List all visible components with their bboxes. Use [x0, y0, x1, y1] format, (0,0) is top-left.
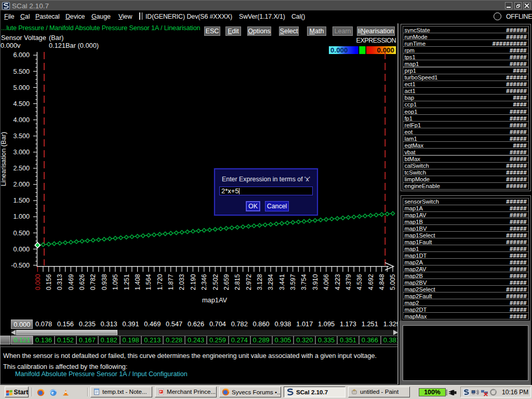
svg-text:3.597: 3.597 — [289, 274, 297, 290]
svg-text:e: e — [51, 390, 54, 395]
svg-text:0.469: 0.469 — [68, 274, 75, 290]
svg-text:4.066: 4.066 — [323, 274, 330, 290]
svg-text:1.000: 1.000 — [13, 213, 30, 220]
svg-text:4.692: 4.692 — [367, 274, 375, 290]
svg-text:0.782: 0.782 — [89, 274, 97, 290]
svg-text:0.938: 0.938 — [101, 274, 108, 290]
svg-text:1.095: 1.095 — [112, 274, 119, 290]
svg-text:2.500: 2.500 — [13, 165, 30, 172]
svg-text:5.005: 5.005 — [389, 274, 396, 290]
svg-text:4.223: 4.223 — [334, 274, 341, 290]
svg-text:P: P — [159, 390, 162, 393]
svg-text:0.626: 0.626 — [78, 274, 86, 290]
svg-text:3.754: 3.754 — [300, 274, 308, 290]
svg-text:5.000: 5.000 — [13, 84, 30, 91]
svg-text:1.720: 1.720 — [156, 274, 164, 290]
svg-text:map1AV: map1AV — [202, 296, 228, 304]
svg-text:3.910: 3.910 — [312, 274, 319, 290]
svg-text:4.536: 4.536 — [356, 274, 363, 290]
svg-text:0.313: 0.313 — [56, 274, 63, 290]
svg-text:3.128: 3.128 — [256, 274, 263, 290]
svg-text:0.000: 0.000 — [34, 274, 42, 290]
svg-text:2.000: 2.000 — [13, 181, 30, 188]
svg-text:2.190: 2.190 — [190, 274, 197, 290]
svg-text:3.284: 3.284 — [267, 274, 274, 290]
svg-text:1.251: 1.251 — [123, 274, 130, 290]
svg-text:6.000: 6.000 — [13, 51, 30, 59]
svg-text:4.848: 4.848 — [378, 274, 385, 290]
svg-text:0.156: 0.156 — [45, 274, 52, 290]
svg-text:2.815: 2.815 — [234, 274, 241, 290]
svg-text:0.000: 0.000 — [13, 246, 30, 253]
svg-text:2.502: 2.502 — [212, 274, 219, 290]
svg-text:1.877: 1.877 — [167, 274, 175, 290]
svg-text:2.972: 2.972 — [245, 274, 252, 290]
svg-text:4.500: 4.500 — [13, 100, 30, 108]
svg-text:4.000: 4.000 — [13, 116, 30, 124]
svg-text:0.500: 0.500 — [13, 230, 30, 237]
svg-text:Linearisation (Bar): Linearisation (Bar) — [0, 132, 7, 187]
svg-text:3.500: 3.500 — [13, 132, 30, 140]
svg-text:1.500: 1.500 — [13, 197, 30, 204]
svg-text:3.441: 3.441 — [278, 274, 286, 290]
svg-text:1.564: 1.564 — [145, 274, 152, 290]
svg-text:3.000: 3.000 — [13, 149, 30, 156]
svg-text:2.033: 2.033 — [178, 274, 185, 290]
svg-text:-0.500: -0.500 — [11, 262, 30, 269]
svg-text:4.379: 4.379 — [345, 274, 352, 290]
svg-text:5.500: 5.500 — [13, 68, 30, 75]
svg-text:1.408: 1.408 — [134, 274, 141, 290]
svg-text:2.659: 2.659 — [223, 274, 230, 290]
svg-text:2.346: 2.346 — [201, 274, 208, 290]
